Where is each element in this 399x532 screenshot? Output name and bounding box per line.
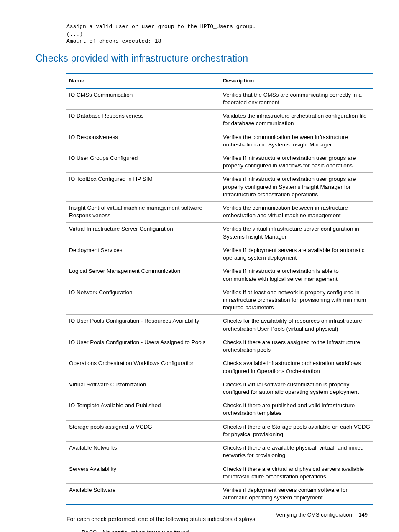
- page-footer: Verifying the CMS configuration 149: [276, 511, 368, 518]
- cell-name: IO Responsiveness: [66, 131, 220, 152]
- cell-name: Virtual Infrastructure Server Configurat…: [66, 223, 220, 244]
- cell-name: IO CMSs Communication: [66, 88, 220, 110]
- table-row: Virtual Infrastructure Server Configurat…: [66, 223, 373, 244]
- code-line: Amount of checks executed: 18: [66, 38, 161, 44]
- cell-description: Validates the infrastructure orchestrati…: [220, 110, 373, 131]
- section-heading: Checks provided with infrastructure orch…: [36, 53, 368, 64]
- bullet-icon: •: [66, 529, 82, 532]
- cell-name: IO ToolBox Configured in HP SIM: [66, 173, 220, 202]
- table-row: IO User Pools Configuration - Resources …: [66, 315, 373, 336]
- bullet-item: • PASS—No configuration issue was found.: [66, 529, 368, 532]
- cell-description: Verifies if deployment servers are avail…: [220, 244, 373, 265]
- code-line: Assign a valid user or user group to the…: [66, 23, 256, 30]
- cell-description: Verifies that the CMSs are communicating…: [220, 88, 373, 110]
- cell-name: Storage pools assigned to VCDG: [66, 420, 220, 441]
- cell-description: Verifies if infrastructure orchestration…: [220, 152, 373, 172]
- checks-table: Name Description IO CMSs CommunicationVe…: [66, 73, 373, 506]
- table-row: IO ToolBox Configured in HP SIMVerifies …: [66, 173, 373, 202]
- cell-description: Checks if there are published and valid …: [220, 399, 373, 420]
- code-line: (...): [66, 31, 83, 37]
- table-row: Available SoftwareVerifies if deployment…: [66, 483, 373, 505]
- cell-description: Checks if there are Storage pools availa…: [220, 420, 373, 441]
- cell-name: IO User Pools Configuration - Resources …: [66, 315, 220, 336]
- table-row: Storage pools assigned to VCDGChecks if …: [66, 420, 373, 441]
- table-row: Operations Orchestration Workflows Confi…: [66, 357, 373, 378]
- cell-name: IO Database Responsiveness: [66, 110, 220, 131]
- table-row: Available NetworksChecks if there are av…: [66, 442, 373, 463]
- bullet-text: PASS—No configuration issue was found.: [82, 529, 190, 532]
- cell-name: Deployment Services: [66, 244, 220, 265]
- page-number: 149: [358, 511, 368, 518]
- cell-description: Verifies if deployment servers contain s…: [220, 483, 373, 505]
- cell-name: Operations Orchestration Workflows Confi…: [66, 357, 220, 378]
- cell-description: Verifies the communication between infra…: [220, 131, 373, 152]
- cell-description: Verifies the virtual infrastructure serv…: [220, 223, 373, 244]
- cell-description: Verifies the communication between infra…: [220, 202, 373, 223]
- cell-description: Verifies if infrastructure orchestration…: [220, 173, 373, 202]
- cell-name: Available Software: [66, 483, 220, 505]
- table-row: IO User Groups ConfiguredVerifies if inf…: [66, 152, 373, 172]
- cell-name: IO User Pools Configuration - Users Assi…: [66, 336, 220, 357]
- table-row: IO Database ResponsivenessValidates the …: [66, 110, 373, 131]
- cell-description: Checks if virtual software customization…: [220, 378, 373, 399]
- table-row: Servers AvailabilityChecks if there are …: [66, 463, 373, 483]
- cell-name: Servers Availability: [66, 463, 220, 483]
- table-row: Virtual Software CustomizationChecks if …: [66, 378, 373, 399]
- cell-name: IO Template Available and Published: [66, 399, 220, 420]
- cell-name: IO User Groups Configured: [66, 152, 220, 172]
- table-header-name: Name: [66, 74, 220, 88]
- cell-description: Checks if there are users assigned to th…: [220, 336, 373, 357]
- cell-name: Logical Server Management Communication: [66, 265, 220, 286]
- table-row: IO User Pools Configuration - Users Assi…: [66, 336, 373, 357]
- cell-name: Available Networks: [66, 442, 220, 463]
- footer-title: Verifying the CMS configuration: [276, 511, 352, 518]
- code-block: Assign a valid user or user group to the…: [66, 23, 368, 45]
- table-row: Deployment ServicesVerifies if deploymen…: [66, 244, 373, 265]
- table-row: IO Network ConfigurationVerifies if at l…: [66, 286, 373, 315]
- table-row: IO ResponsivenessVerifies the communicat…: [66, 131, 373, 152]
- table-row: Insight Control virtual machine manageme…: [66, 202, 373, 223]
- cell-name: IO Network Configuration: [66, 286, 220, 315]
- cell-name: Virtual Software Customization: [66, 378, 220, 399]
- table-row: IO CMSs CommunicationVerifies that the C…: [66, 88, 373, 110]
- table-row: Logical Server Management CommunicationV…: [66, 265, 373, 286]
- cell-description: Verifies if infrastructure orchestration…: [220, 265, 373, 286]
- cell-description: Checks available infrastructure orchestr…: [220, 357, 373, 378]
- cell-description: Checks if there are available physical, …: [220, 442, 373, 463]
- table-header-description: Description: [220, 74, 373, 88]
- table-row: IO Template Available and PublishedCheck…: [66, 399, 373, 420]
- cell-description: Verifies if at least one network is prop…: [220, 286, 373, 315]
- cell-description: Checks for the availability of resources…: [220, 315, 373, 336]
- cell-name: Insight Control virtual machine manageme…: [66, 202, 220, 223]
- cell-description: Checks if there are virtual and physical…: [220, 463, 373, 483]
